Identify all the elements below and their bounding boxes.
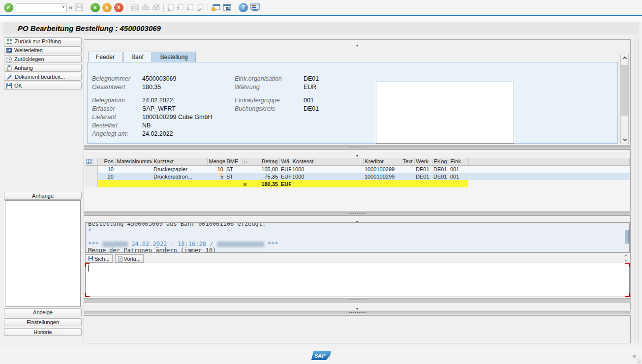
shortcut-icon <box>223 4 231 11</box>
header-scrollbar[interactable] <box>620 54 629 144</box>
scroll-up-button[interactable] <box>621 54 628 61</box>
new-session-button[interactable] <box>212 4 220 11</box>
tab-feeder[interactable]: Feeder <box>88 52 122 62</box>
cell-kurztext: Druckerpapier ... <box>152 165 207 173</box>
historie-button[interactable]: Historie <box>4 328 82 336</box>
previous-page-button[interactable] <box>177 4 184 11</box>
back-button[interactable]: « <box>91 3 100 12</box>
cancel-button[interactable]: × <box>114 3 123 12</box>
command-input[interactable] <box>16 3 66 12</box>
text-cursor <box>88 265 89 272</box>
statusbar-collapse-icon[interactable]: « <box>633 352 636 360</box>
resize-grip-icon[interactable] <box>637 359 641 363</box>
first-page-button[interactable] <box>167 4 175 11</box>
save-button[interactable] <box>75 3 83 11</box>
sidebar-button-dokument-bearbeiten[interactable]: Dokument bearbeit... <box>4 73 82 81</box>
editor-save-button[interactable]: Sich... <box>85 254 113 263</box>
row-select-cell[interactable] <box>85 165 97 173</box>
attachments-header-button[interactable]: Anhänge <box>4 192 82 200</box>
column-header-waehrung[interactable]: Wä.. <box>279 158 291 165</box>
column-header-bme[interactable]: BME <box>225 158 242 165</box>
tab-bestellung[interactable]: Bestellung <box>153 52 196 62</box>
exit-button[interactable]: ∧ <box>102 3 112 12</box>
next-page-button[interactable] <box>187 4 194 11</box>
sidebar-button-zuruecklegen[interactable]: Zurücklegen <box>4 55 82 63</box>
save-icon <box>6 83 12 89</box>
panel-collapse-strip[interactable]: ▼ <box>84 216 630 222</box>
sidebar-button-ok[interactable]: OK <box>4 82 82 90</box>
print-button[interactable] <box>131 4 139 11</box>
sidebar-button-weiterleiten[interactable]: Weiterleiten <box>4 46 82 54</box>
panel-splitter[interactable] <box>84 311 631 314</box>
sidebar-button-zurueck-zur-pruefung[interactable]: Zurück zur Prüfung <box>4 37 82 45</box>
item-row[interactable]: 20 Druckerpatron... 5 ST 75,35 EUR 1000 … <box>85 173 630 180</box>
change-log: Bestellung 4500003069 aus Banf 001000110… <box>85 222 630 253</box>
cell-text <box>401 173 414 180</box>
column-header-menge[interactable]: Menge <box>207 158 225 165</box>
sidebar-button-label: Dokument bearbeit... <box>15 74 65 80</box>
splitter-grip <box>348 147 366 149</box>
enter-button[interactable]: ✓ <box>4 3 13 12</box>
cell-bme: ST <box>225 165 242 173</box>
field-value: 24.02.2022 <box>142 130 235 137</box>
anzeige-button[interactable]: Anzeige <box>4 308 82 316</box>
attachments-list[interactable] <box>5 200 81 307</box>
chevron-down-icon[interactable] <box>624 258 628 262</box>
column-header-materialnummer[interactable]: Materialnummer <box>115 158 152 165</box>
chevron-up-icon[interactable] <box>624 254 628 258</box>
total-empty <box>225 180 242 187</box>
einstellungen-button[interactable]: Einstellungen <box>4 318 82 326</box>
editor-corner <box>625 293 630 297</box>
customize-layout-button[interactable] <box>250 3 260 12</box>
splitter-grip <box>348 312 366 314</box>
field-value: NB <box>142 122 235 129</box>
column-header-sum[interactable] <box>242 158 249 165</box>
editor-template-button[interactable]: Vorla... <box>115 254 144 263</box>
stamp-separator: / <box>210 241 213 247</box>
help-button[interactable]: ? <box>239 3 248 12</box>
tab-banf[interactable]: Banf <box>123 52 152 62</box>
column-header-ekog[interactable]: EKog <box>432 158 449 165</box>
scroll-down-button[interactable] <box>621 136 628 144</box>
find-next-button[interactable] <box>152 4 160 11</box>
panel-collapse-strip[interactable]: ▼ <box>84 40 630 46</box>
item-row[interactable]: 10 Druckerpapier ... 10 ST 105,00 EUR 10… <box>85 165 630 173</box>
window-right-edge <box>635 38 639 343</box>
total-empty <box>414 180 432 187</box>
column-header-kurztext[interactable]: Kurztext <box>152 158 207 165</box>
column-header-text[interactable]: Text <box>401 158 414 165</box>
field-label: Angelegt am: <box>92 130 142 137</box>
cell-bme: ST <box>225 173 242 180</box>
sum-marker-icon <box>244 183 246 186</box>
panel-splitter[interactable] <box>84 298 631 302</box>
items-table: Pos Materialnummer Kurztext Menge BME Be… <box>85 158 630 187</box>
log-scrollbar-thumb[interactable] <box>625 230 629 243</box>
last-page-button[interactable] <box>197 4 204 11</box>
editor-toolbar: Sich... Vorla... <box>85 254 144 263</box>
items-panel: ▼ Pos Materialnummer <box>84 150 631 212</box>
hide-toolbar-icon[interactable]: « <box>69 3 73 11</box>
text-entry-area[interactable] <box>85 263 630 297</box>
column-header-eink[interactable]: Eink.. <box>449 158 468 165</box>
log-scrollbar[interactable] <box>624 222 630 253</box>
create-shortcut-button[interactable] <box>223 4 231 11</box>
log-stamp-line: *** 24.02.2022 - 18:16:28 / *** <box>88 241 629 248</box>
panel-splitter[interactable] <box>84 212 631 215</box>
panel-collapse-strip[interactable]: ▼ <box>84 303 630 309</box>
row-select-cell[interactable] <box>85 173 97 180</box>
log-line-blank <box>88 234 629 241</box>
column-header-kreditor[interactable]: Kreditor <box>363 158 401 165</box>
sidebar-button-anhang[interactable]: Anhang <box>4 64 82 72</box>
column-header-betrag[interactable]: Betrag <box>249 158 279 165</box>
column-header-werk[interactable]: Werk <box>414 158 432 165</box>
select-all-header[interactable] <box>85 158 97 165</box>
panel-collapse-strip[interactable]: ▼ <box>84 150 630 156</box>
editor-corner <box>625 263 630 267</box>
scrollbar-thumb[interactable] <box>621 65 628 116</box>
column-header-kostenstelle[interactable]: Kostenst. <box>291 158 363 165</box>
find-button[interactable] <box>142 4 150 11</box>
panel-splitter[interactable] <box>84 146 631 150</box>
note-textbox[interactable] <box>376 82 514 144</box>
column-header-pos[interactable]: Pos <box>97 158 115 165</box>
dropdown-arrow-icon[interactable]: ∨ <box>61 4 65 9</box>
